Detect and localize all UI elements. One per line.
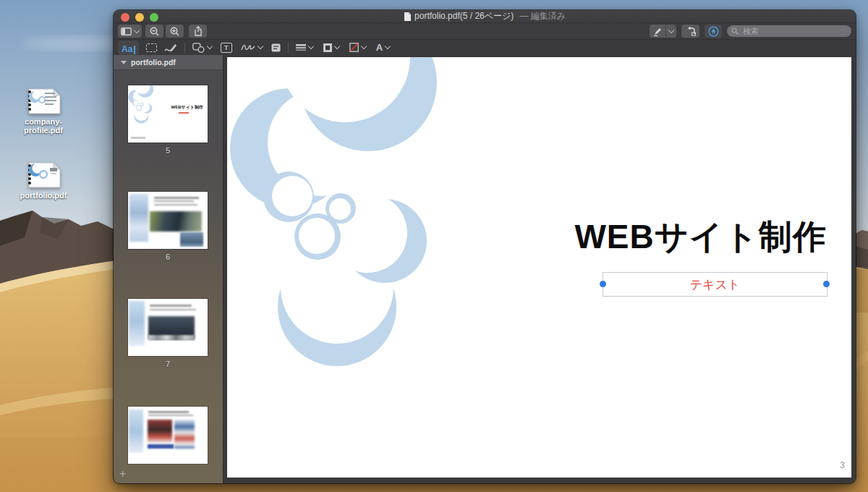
page-thumbnail[interactable] bbox=[128, 407, 208, 464]
sidebar-document-header[interactable]: portfolio.pdf bbox=[114, 55, 223, 70]
slide-page-number: 3 bbox=[840, 460, 845, 470]
zoom-out-icon bbox=[150, 27, 159, 36]
chevron-down-icon bbox=[668, 27, 674, 33]
fill-color-icon bbox=[349, 43, 359, 52]
toolbar-divider bbox=[184, 43, 185, 53]
note-tool[interactable] bbox=[271, 41, 281, 54]
annotation-text: テキスト bbox=[690, 276, 741, 293]
highlighter-pen-icon bbox=[653, 27, 663, 36]
title-bar[interactable]: portfolio.pdf(5 / 26ページ) — 編集済み bbox=[114, 10, 856, 22]
page-thumbnail[interactable] bbox=[128, 192, 208, 249]
chevron-down-icon bbox=[308, 43, 314, 49]
sketch-tool[interactable] bbox=[164, 41, 177, 54]
rotate-left-icon bbox=[686, 27, 696, 36]
main-toolbar bbox=[114, 22, 856, 39]
rect-selection-tool[interactable] bbox=[146, 41, 157, 54]
text-style-tool[interactable]: A bbox=[376, 41, 390, 54]
signature-icon bbox=[241, 43, 255, 52]
chevron-down-icon bbox=[385, 43, 391, 49]
thumbnail-sidebar: portfolio.pdf WEBサイト制作 bbox=[114, 55, 224, 483]
toolbar-divider bbox=[288, 43, 289, 53]
shape-style-tool[interactable] bbox=[296, 41, 313, 54]
sidebar-doc-name: portfolio.pdf bbox=[131, 58, 176, 67]
thumbnail-slot-page7: 7 bbox=[128, 299, 208, 368]
textbox-icon: T bbox=[221, 43, 232, 53]
traffic-lights bbox=[121, 13, 158, 22]
resize-handle-right[interactable] bbox=[823, 281, 830, 287]
close-button[interactable] bbox=[121, 13, 129, 22]
markup-toolbar: Aa T bbox=[114, 39, 856, 55]
text-box-tool[interactable]: T bbox=[221, 41, 232, 54]
thumbnail-page-number: 7 bbox=[128, 360, 208, 368]
zoom-in-button[interactable] bbox=[166, 25, 184, 38]
text-tool-label: Aa bbox=[122, 44, 132, 54]
resize-handle-left[interactable] bbox=[600, 281, 606, 287]
shapes-icon bbox=[192, 43, 205, 53]
slide-swirl-graphic bbox=[227, 57, 466, 368]
search-icon bbox=[731, 27, 739, 35]
page-thumbnail[interactable]: WEBサイト制作 bbox=[128, 85, 208, 143]
thumbnail-slot-page8 bbox=[128, 407, 208, 464]
minimize-button[interactable] bbox=[135, 13, 144, 22]
note-icon bbox=[271, 43, 281, 52]
chevron-down-icon bbox=[134, 27, 140, 33]
document-view: WEBサイト制作 テキスト 3 bbox=[224, 55, 856, 483]
desktop-icon-label: company- profile.pdf bbox=[13, 117, 74, 135]
thumbnail-slot-page5: WEBサイト制作 5 bbox=[128, 85, 208, 155]
line-weights-icon bbox=[296, 43, 306, 52]
shapes-tool[interactable] bbox=[192, 41, 212, 54]
sidebar-toggle-button[interactable] bbox=[118, 25, 142, 38]
zoom-window-button[interactable] bbox=[150, 13, 158, 22]
share-button[interactable] bbox=[189, 25, 207, 38]
window-body: portfolio.pdf WEBサイト制作 bbox=[114, 55, 856, 483]
pdf-file-icon bbox=[26, 162, 61, 188]
search-input[interactable] bbox=[741, 26, 847, 36]
desktop-icon-label: portfolio.pdf bbox=[13, 191, 74, 200]
edited-status: — 編集済み bbox=[519, 10, 566, 22]
dashed-rect-icon bbox=[146, 43, 157, 52]
chevron-down-icon bbox=[334, 43, 340, 49]
window-title-area: portfolio.pdf(5 / 26ページ) — 編集済み bbox=[404, 10, 566, 22]
search-field[interactable] bbox=[727, 25, 851, 37]
desktop-icon-portfolio[interactable]: portfolio.pdf bbox=[13, 162, 74, 200]
text-selection-tool[interactable]: Aa bbox=[118, 41, 139, 55]
pdf-file-icon bbox=[26, 88, 61, 114]
sign-tool[interactable] bbox=[241, 41, 263, 54]
thumb-textbox-mark bbox=[179, 112, 189, 114]
document-proxy-icon[interactable] bbox=[404, 12, 411, 21]
text-cursor-icon bbox=[134, 46, 135, 54]
markup-pen-circle-icon bbox=[708, 26, 719, 37]
thumb-slide-title: WEBサイト制作 bbox=[171, 104, 203, 111]
sidebar-panel-icon bbox=[121, 27, 132, 35]
page-thumbnail[interactable] bbox=[128, 299, 208, 356]
zoom-in-icon bbox=[170, 27, 179, 36]
fill-color-tool[interactable] bbox=[349, 41, 366, 54]
desktop-icon-company-profile[interactable]: company- profile.pdf bbox=[13, 88, 74, 135]
slide-title: WEBサイト制作 bbox=[574, 215, 827, 260]
markup-toolbar-toggle-button[interactable] bbox=[705, 25, 722, 38]
thumbnail-page-number: 6 bbox=[128, 253, 208, 261]
chevron-down-icon bbox=[258, 43, 263, 49]
toolbar-right-group bbox=[650, 25, 851, 38]
thumbnail-slot-page6: 6 bbox=[128, 192, 208, 261]
text-style-icon: A bbox=[376, 42, 383, 53]
preview-window: portfolio.pdf(5 / 26ページ) — 編集済み bbox=[114, 10, 856, 483]
zoom-out-button[interactable] bbox=[145, 25, 163, 38]
rotate-button[interactable] bbox=[681, 25, 699, 38]
thumb-footer-text bbox=[131, 137, 145, 139]
border-color-tool[interactable] bbox=[323, 41, 339, 54]
border-color-icon bbox=[323, 43, 332, 52]
share-icon bbox=[194, 26, 203, 36]
thumbnail-page-number: 5 bbox=[128, 146, 208, 155]
disclosure-triangle-icon bbox=[121, 61, 127, 64]
highlight-pen-split-button[interactable] bbox=[650, 25, 676, 38]
window-title: portfolio.pdf(5 / 26ページ) bbox=[414, 10, 514, 22]
annotation-textbox[interactable]: テキスト bbox=[603, 272, 827, 297]
sketch-pen-icon bbox=[164, 43, 177, 53]
chevron-down-icon bbox=[207, 43, 213, 49]
chevron-down-icon bbox=[361, 43, 367, 49]
pdf-page[interactable]: WEBサイト制作 テキスト 3 bbox=[227, 57, 851, 478]
add-page-button[interactable]: + bbox=[119, 468, 126, 480]
slide-swirl-graphic bbox=[128, 85, 157, 124]
